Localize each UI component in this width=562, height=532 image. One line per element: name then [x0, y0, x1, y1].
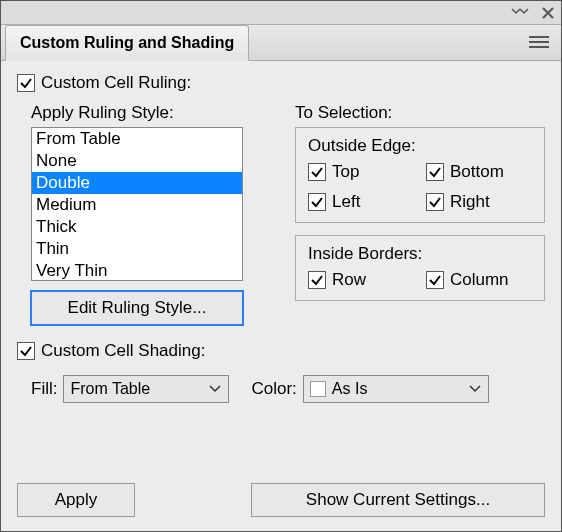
- outside-top-label: Top: [332, 162, 359, 182]
- list-item[interactable]: From Table: [32, 128, 242, 150]
- inside-row-checkbox[interactable]: [308, 271, 326, 289]
- titlebar: [1, 1, 561, 25]
- to-selection-label: To Selection:: [295, 103, 545, 123]
- list-item[interactable]: None: [32, 150, 242, 172]
- show-current-settings-button[interactable]: Show Current Settings...: [251, 483, 545, 517]
- footer-row: Apply Show Current Settings...: [17, 483, 545, 517]
- outside-bottom-checkbox[interactable]: [426, 163, 444, 181]
- show-current-settings-label: Show Current Settings...: [306, 490, 490, 510]
- outside-edge-group: Outside Edge: Top Bottom: [295, 127, 545, 223]
- custom-cell-shading-row: Custom Cell Shading:: [17, 341, 545, 361]
- color-swatch: [310, 381, 326, 397]
- inside-column-checkbox[interactable]: [426, 271, 444, 289]
- list-item[interactable]: Thin: [32, 238, 242, 260]
- outside-right-checkbox[interactable]: [426, 193, 444, 211]
- edit-ruling-style-button[interactable]: Edit Ruling Style...: [31, 291, 243, 325]
- check-icon: [310, 165, 324, 179]
- fill-combo[interactable]: From Table: [63, 375, 229, 403]
- custom-cell-shading-checkbox[interactable]: [17, 342, 35, 360]
- check-icon: [310, 273, 324, 287]
- color-label: Color:: [251, 379, 296, 399]
- outside-bottom-label: Bottom: [450, 162, 504, 182]
- inside-column-label: Column: [450, 270, 509, 290]
- check-icon: [19, 344, 33, 358]
- list-item[interactable]: Thick: [32, 216, 242, 238]
- outside-left-checkbox[interactable]: [308, 193, 326, 211]
- outside-left-label: Left: [332, 192, 360, 212]
- apply-button-label: Apply: [55, 490, 98, 510]
- collapse-icon[interactable]: [511, 8, 529, 18]
- dialog-body: Custom Cell Ruling: Apply Ruling Style: …: [1, 61, 561, 531]
- apply-ruling-style-label: Apply Ruling Style:: [31, 103, 271, 123]
- outside-top-checkbox[interactable]: [308, 163, 326, 181]
- menu-icon: [529, 35, 549, 49]
- shading-controls-row: Fill: From Table Color: As Is: [31, 375, 545, 403]
- check-icon: [19, 76, 33, 90]
- outside-right-label: Right: [450, 192, 490, 212]
- list-item[interactable]: Medium: [32, 194, 242, 216]
- custom-cell-ruling-checkbox[interactable]: [17, 74, 35, 92]
- fill-value: From Table: [70, 380, 202, 398]
- panel-menu-button[interactable]: [517, 24, 561, 60]
- tab-custom-ruling-shading[interactable]: Custom Ruling and Shading: [5, 25, 249, 61]
- apply-button[interactable]: Apply: [17, 483, 135, 517]
- edit-ruling-style-label: Edit Ruling Style...: [68, 298, 207, 318]
- check-icon: [428, 273, 442, 287]
- ruling-right-col: To Selection: Outside Edge: Top: [295, 103, 545, 325]
- chevron-down-icon: [208, 385, 222, 393]
- custom-cell-shading-label: Custom Cell Shading:: [41, 341, 205, 361]
- inside-borders-group: Inside Borders: Row Column: [295, 235, 545, 301]
- fill-label: Fill:: [31, 379, 57, 399]
- chevron-down-icon: [468, 385, 482, 393]
- ruling-columns: Apply Ruling Style: From TableNoneDouble…: [31, 103, 545, 325]
- dialog-window: Custom Ruling and Shading Custom Cell Ru…: [0, 0, 562, 532]
- check-icon: [428, 195, 442, 209]
- color-value: As Is: [332, 380, 462, 398]
- list-item[interactable]: Double: [32, 172, 242, 194]
- custom-cell-ruling-label: Custom Cell Ruling:: [41, 73, 191, 93]
- outside-edge-legend: Outside Edge:: [308, 136, 532, 156]
- list-item[interactable]: Very Thin: [32, 260, 242, 281]
- tab-label: Custom Ruling and Shading: [20, 34, 234, 52]
- close-icon[interactable]: [541, 6, 555, 20]
- inside-borders-legend: Inside Borders:: [308, 244, 532, 264]
- custom-cell-ruling-row: Custom Cell Ruling:: [17, 73, 545, 93]
- inside-row-label: Row: [332, 270, 366, 290]
- color-combo[interactable]: As Is: [303, 375, 489, 403]
- ruling-left-col: Apply Ruling Style: From TableNoneDouble…: [31, 103, 271, 325]
- ruling-style-listbox[interactable]: From TableNoneDoubleMediumThickThinVery …: [31, 127, 243, 281]
- check-icon: [428, 165, 442, 179]
- check-icon: [310, 195, 324, 209]
- tab-row: Custom Ruling and Shading: [1, 25, 561, 61]
